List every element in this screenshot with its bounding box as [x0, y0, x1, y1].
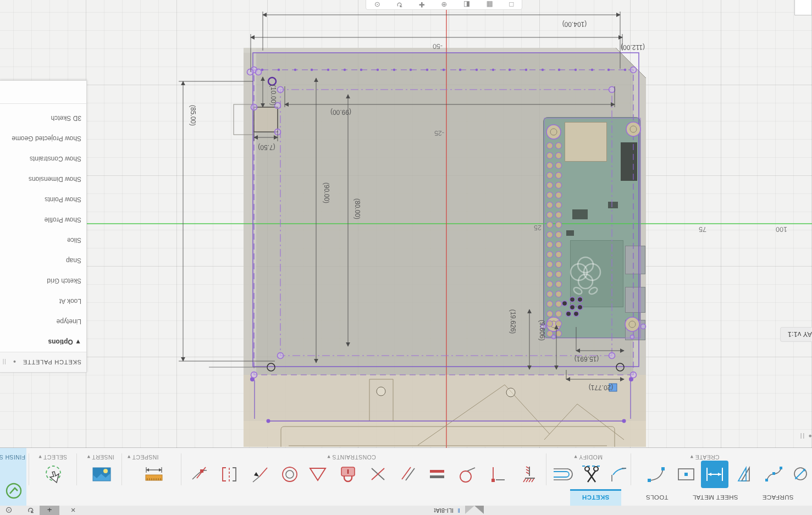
inspect-measure-icon[interactable]: [142, 462, 166, 486]
pi-hdmi-port: [625, 246, 645, 274]
browser-collapse-control[interactable]: ● ||: [790, 431, 812, 440]
create-spline-icon[interactable]: [762, 462, 786, 486]
palette-item-slice[interactable]: Slice: [0, 230, 86, 250]
finish-sketch-label: FINISH SKETCH: [0, 453, 25, 461]
create-circle-icon[interactable]: [788, 462, 812, 486]
palette-item-show-projected-geome[interactable]: Show Projected Geome: [0, 128, 86, 148]
nav-icon-3[interactable]: ⊕: [441, 1, 447, 8]
pi-usb-port: [625, 287, 645, 313]
sketch-dimension-tool-active[interactable]: [701, 461, 728, 488]
finish-sketch-button[interactable]: FINISH SKETCH: [0, 448, 26, 506]
toolbar-ribbon: SURFACE SHEET METAL TOOLS SKETCH CREATE …: [0, 447, 812, 506]
tab-tools[interactable]: TOOLS: [640, 489, 673, 506]
sketch-palette-header[interactable]: SKETCH PALETTE ● ||: [0, 352, 86, 372]
constraint-symmetry-icon[interactable]: [217, 462, 241, 486]
palette-item-look-at[interactable]: Look At: [0, 291, 86, 311]
group-label-constraints[interactable]: CONSTRAINTS ▾: [314, 453, 389, 461]
constraint-midpoint-icon[interactable]: [306, 462, 330, 486]
group-label-modify[interactable]: MODIFY ▾: [564, 453, 613, 461]
constraint-concentric-icon[interactable]: [278, 462, 302, 486]
pi-component: [566, 230, 574, 236]
tab-sheet-metal[interactable]: SHEET METAL: [687, 489, 743, 506]
constraint-collinear-icon[interactable]: [247, 462, 272, 486]
application-bar: ‖ ILI-8IAt × + ↻ ⊙: [0, 506, 812, 515]
constraint-parallel-icon[interactable]: [396, 462, 421, 486]
add-icon[interactable]: +: [40, 505, 59, 515]
palette-collapse-icon[interactable]: ●: [13, 359, 16, 364]
nav-icon-4[interactable]: ✚: [419, 1, 425, 8]
nav-icon-2[interactable]: ◧: [463, 1, 470, 8]
nav-icon-1[interactable]: ▦: [487, 1, 493, 8]
pi-component: [608, 202, 618, 208]
corner-widget[interactable]: [794, 0, 812, 15]
group-label-inspect[interactable]: INSPECT ▾: [118, 453, 168, 461]
modify-extend-icon[interactable]: [606, 462, 631, 486]
palette-item-linetype[interactable]: Linetype: [0, 311, 86, 331]
palette-item-show-constraints[interactable]: Show Constraints: [0, 148, 86, 169]
palette-options-section[interactable]: ▼ Options: [0, 331, 86, 352]
separator: [181, 453, 181, 485]
constraint-tangent-icon[interactable]: [455, 462, 479, 486]
group-label-create[interactable]: CREATE ▾: [680, 453, 730, 461]
palette-item-sketch-grid[interactable]: Sketch Grid: [0, 270, 86, 291]
separator: [546, 453, 546, 485]
pi-camera-connector: [621, 142, 637, 181]
nav-icon-0[interactable]: □: [509, 1, 513, 8]
palette-divider: [0, 103, 86, 104]
body-edge-right: [244, 48, 256, 375]
tab-sketch[interactable]: SKETCH: [570, 489, 621, 506]
constraint-coincident-icon[interactable]: [485, 462, 510, 486]
palette-item-3d-sketch[interactable]: 3D Sketch: [0, 108, 86, 128]
close-icon[interactable]: ×: [68, 505, 79, 515]
modify-trim-icon[interactable]: [579, 462, 603, 486]
constraint-equal-icon[interactable]: [425, 462, 449, 486]
group-label-select[interactable]: SELECT ▾: [28, 453, 78, 461]
create-rectangle-icon[interactable]: [674, 462, 698, 486]
sketch-palette: SKETCH PALETTE ● || ▼ Options LinetypeLo…: [0, 80, 87, 373]
constraint-curvature-icon[interactable]: [187, 462, 211, 486]
nav-icon-5[interactable]: ↻: [396, 1, 402, 8]
palette-item-show-profile[interactable]: Show Profile: [0, 209, 86, 230]
constraint-horizontal-vertical-icon[interactable]: [516, 462, 540, 486]
finish-sketch-check-icon: [4, 481, 23, 500]
doc-tab-label: ILI-8IAt: [434, 507, 454, 514]
constraint-fix-unfix-icon[interactable]: [336, 462, 360, 486]
palette-item-snap[interactable]: Snap: [0, 250, 86, 270]
body-edge-bottom: [244, 48, 646, 53]
navigation-bar[interactable]: □▦◧⊕✚↻⊙: [366, 0, 522, 10]
raspberry-pi-board[interactable]: [543, 117, 640, 338]
view-pyramid-icon: [465, 506, 484, 514]
account-icon[interactable]: ⊙: [3, 505, 14, 515]
pi-component: [572, 209, 588, 219]
palette-item-show-dimensions[interactable]: Show Dimensions: [0, 169, 86, 189]
fusion360-window: ‖ ILI-8IAt × + ↻ ⊙ SURFACE SHEET METAL T…: [0, 0, 812, 515]
separator: [631, 453, 631, 485]
doc-tab-icon: ‖: [457, 507, 460, 514]
separator: [29, 453, 29, 485]
refresh-icon[interactable]: ↻: [25, 505, 36, 515]
select-tool-icon[interactable]: [41, 462, 65, 486]
pi-usb-port-2: [625, 320, 645, 340]
tab-surface[interactable]: SURFACE: [753, 489, 803, 506]
palette-item-show-points[interactable]: Show Points: [0, 189, 86, 209]
pi-sd-slot: [565, 122, 607, 162]
insert-image-icon[interactable]: [90, 462, 114, 486]
modify-offset-icon[interactable]: [551, 462, 576, 486]
pi-chip: [570, 240, 623, 307]
sketch-palette-title: SKETCH PALETTE: [23, 359, 81, 366]
body-zone-mid: [244, 375, 646, 421]
create-arc-icon[interactable]: [644, 462, 668, 486]
body-zone-top: [244, 421, 646, 447]
group-label-insert[interactable]: INSERT ▾: [76, 453, 125, 461]
palette-drag-handle[interactable]: ||: [2, 359, 6, 366]
browser-document-label[interactable]: AY v1:1: [780, 327, 812, 342]
create-polygon-icon[interactable]: [733, 462, 757, 486]
nav-icon-6[interactable]: ⊙: [374, 1, 380, 8]
constraint-perpendicular-icon[interactable]: [366, 462, 390, 486]
